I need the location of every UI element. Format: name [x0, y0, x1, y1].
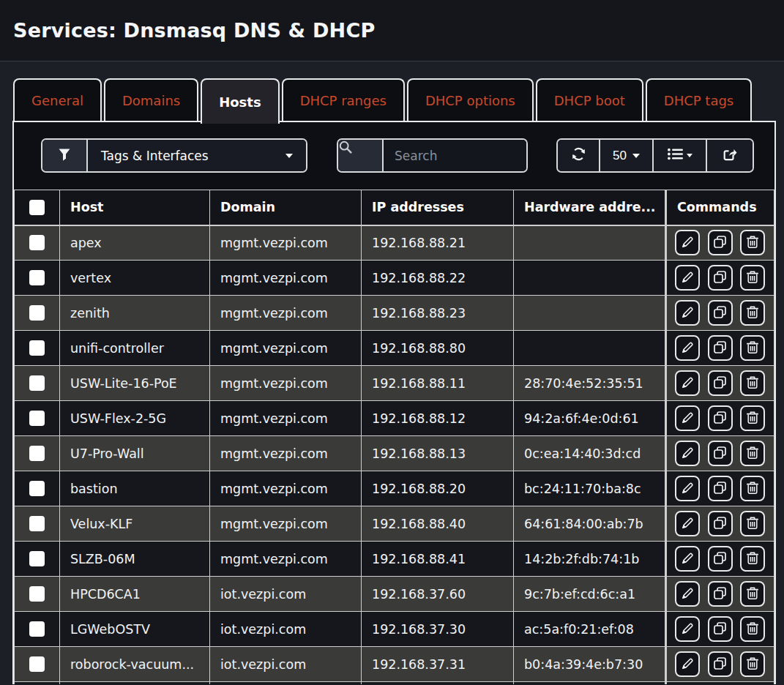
host-cell: vertex: [70, 271, 111, 285]
select-all-checkbox[interactable]: [29, 200, 45, 215]
row-checkbox[interactable]: [29, 235, 45, 250]
column-header-host[interactable]: Host: [60, 190, 210, 225]
delete-button[interactable]: [740, 300, 765, 326]
row-checkbox[interactable]: [29, 270, 45, 285]
row-checkbox[interactable]: [29, 375, 45, 391]
delete-button[interactable]: [740, 441, 765, 466]
refresh-icon: [571, 146, 586, 165]
table-row: unifi-controller mgmt.vezpi.com 192.168.…: [15, 331, 774, 366]
edit-button[interactable]: [675, 651, 700, 677]
row-checkbox[interactable]: [29, 551, 45, 566]
edit-button[interactable]: [675, 230, 700, 255]
column-header-domain[interactable]: Domain: [210, 190, 362, 225]
ip-cell: 192.168.88.20: [372, 482, 466, 496]
row-checkbox[interactable]: [29, 411, 45, 426]
tab-dhcp-options[interactable]: DHCP options: [407, 78, 534, 121]
search-input[interactable]: [384, 140, 526, 171]
screen: Services: Dnsmasq DNS & DHCP General Dom…: [0, 0, 784, 685]
row-checkbox[interactable]: [29, 656, 45, 672]
host-cell: zenith: [70, 306, 110, 321]
tab-general[interactable]: General: [13, 78, 102, 121]
delete-button[interactable]: [740, 335, 765, 361]
page-size-dropdown[interactable]: 50: [600, 140, 654, 171]
delete-button[interactable]: [740, 405, 765, 431]
refresh-button[interactable]: [558, 140, 600, 171]
ip-cell: 192.168.88.23: [372, 306, 466, 321]
row-checkbox[interactable]: [29, 481, 45, 496]
host-cell: apex: [70, 236, 102, 250]
tab-dhcp-boot[interactable]: DHCP boot: [536, 78, 643, 121]
copy-button[interactable]: [708, 265, 733, 291]
copy-button[interactable]: [708, 300, 733, 326]
edit-button[interactable]: [675, 300, 700, 326]
filter-button[interactable]: [42, 140, 88, 171]
edit-button[interactable]: [675, 511, 700, 536]
edit-button[interactable]: [675, 581, 700, 607]
copy-icon: [713, 305, 727, 321]
mac-cell: 28:70:4e:52:35:51: [524, 376, 643, 391]
tab-dhcp-tags[interactable]: DHCP tags: [646, 78, 752, 121]
row-checkbox[interactable]: [29, 446, 45, 461]
tab-dhcp-ranges[interactable]: DHCP ranges: [282, 78, 405, 121]
host-cell: unifi-controller: [70, 341, 164, 356]
edit-button[interactable]: [675, 616, 700, 642]
trash-icon: [746, 656, 759, 673]
delete-button[interactable]: [740, 651, 765, 677]
copy-button[interactable]: [708, 405, 733, 431]
edit-button[interactable]: [675, 370, 700, 396]
row-checkbox[interactable]: [29, 621, 45, 637]
column-header-hardware-address[interactable]: Hardware addre...: [514, 190, 666, 225]
edit-button[interactable]: [675, 335, 700, 361]
delete-button[interactable]: [740, 511, 765, 536]
pencil-icon: [681, 551, 695, 567]
edit-button[interactable]: [675, 441, 700, 466]
edit-button[interactable]: [675, 265, 700, 291]
tab-hosts[interactable]: Hosts: [201, 78, 279, 124]
delete-button[interactable]: [740, 546, 765, 572]
domain-cell: mgmt.vezpi.com: [220, 306, 328, 321]
filter-dropdown[interactable]: Tags & Interfaces: [88, 140, 306, 171]
delete-button[interactable]: [740, 265, 765, 291]
copy-button[interactable]: [708, 616, 733, 642]
ip-cell: 192.168.88.12: [372, 411, 466, 426]
row-checkbox[interactable]: [29, 305, 45, 321]
domain-cell: mgmt.vezpi.com: [220, 376, 328, 391]
delete-button[interactable]: [740, 370, 765, 396]
domain-cell: mgmt.vezpi.com: [220, 341, 328, 356]
copy-button[interactable]: [708, 476, 733, 501]
row-checkbox[interactable]: [29, 516, 45, 531]
columns-dropdown[interactable]: [654, 140, 707, 171]
delete-button[interactable]: [740, 581, 765, 607]
host-cell: roborock-vacuum...: [70, 657, 194, 672]
table-row: vertex mgmt.vezpi.com 192.168.88.22: [15, 261, 774, 296]
pencil-icon: [681, 516, 695, 532]
delete-button[interactable]: [740, 476, 765, 501]
row-checkbox[interactable]: [29, 340, 45, 356]
delete-button[interactable]: [740, 230, 765, 255]
edit-button[interactable]: [675, 405, 700, 431]
delete-button[interactable]: [740, 616, 765, 642]
domain-cell: mgmt.vezpi.com: [220, 411, 328, 426]
tab-domains[interactable]: Domains: [104, 78, 198, 121]
tab-label: DHCP options: [425, 93, 515, 108]
row-checkbox[interactable]: [29, 586, 45, 602]
domain-cell: iot.vezpi.com: [220, 622, 306, 637]
copy-button[interactable]: [708, 581, 733, 607]
ip-cell: 192.168.37.31: [372, 657, 466, 672]
copy-button[interactable]: [708, 335, 733, 361]
export-button[interactable]: [707, 140, 753, 171]
copy-button[interactable]: [708, 370, 733, 396]
edit-button[interactable]: [675, 546, 700, 572]
copy-button[interactable]: [708, 441, 733, 466]
copy-button[interactable]: [708, 546, 733, 572]
copy-button[interactable]: [708, 651, 733, 677]
pencil-icon: [681, 340, 695, 356]
column-header-ip-addresses[interactable]: IP addresses: [362, 190, 514, 225]
trash-icon: [746, 305, 759, 321]
trash-icon: [746, 621, 759, 637]
copy-button[interactable]: [708, 230, 733, 255]
edit-button[interactable]: [675, 476, 700, 501]
copy-button[interactable]: [708, 511, 733, 536]
chevron-down-icon: [285, 154, 293, 158]
host-cell: Velux-KLF: [70, 517, 132, 531]
